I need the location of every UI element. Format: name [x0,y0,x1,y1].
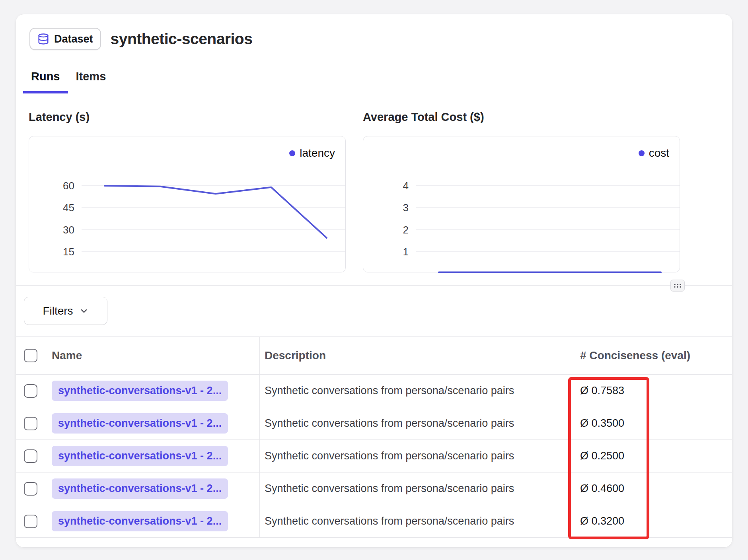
database-icon [37,33,49,45]
svg-text:3: 3 [403,202,409,214]
latency-chart: 60453015 latency [29,136,346,272]
run-description: Synthetic conversations from persona/sce… [265,450,514,462]
row-checkbox[interactable] [24,449,37,463]
dataset-page-card: Dataset synthetic-scenarios Runs Items L… [16,14,732,547]
legend-label: cost [649,147,669,159]
run-conciseness-value: Ø 0.4600 [580,482,732,495]
legend-dot-icon [639,150,645,156]
svg-text:4: 4 [403,180,409,192]
table-row[interactable]: synthetic-conversations-v1 - 2... Synthe… [16,472,732,505]
run-name-link[interactable]: synthetic-conversations-v1 - 2... [52,381,228,401]
run-description: Synthetic conversations from persona/sce… [265,417,514,430]
svg-text:60: 60 [63,180,74,192]
run-conciseness-value: Ø 0.3200 [580,515,732,527]
latency-chart-title: Latency (s) [29,111,90,124]
run-description: Synthetic conversations from persona/sce… [265,482,514,495]
table-row[interactable]: synthetic-conversations-v1 - 2... Synthe… [16,440,732,472]
row-checkbox[interactable] [24,384,37,398]
cost-chart-title: Average Total Cost ($) [363,111,484,124]
run-conciseness-value: Ø 0.7583 [580,385,732,397]
filters-button[interactable]: Filters [24,297,107,325]
row-checkbox[interactable] [24,417,37,430]
dataset-badge-label: Dataset [54,33,93,45]
panel-divider [16,285,732,286]
chevron-down-icon [79,306,89,316]
column-header-name: Name [52,349,259,362]
tab-items[interactable]: Items [68,70,114,93]
svg-text:1: 1 [403,246,409,258]
run-description: Synthetic conversations from persona/sce… [265,385,514,397]
svg-text:15: 15 [63,246,74,258]
filters-button-label: Filters [43,305,73,317]
run-conciseness-value: Ø 0.3500 [580,417,732,430]
legend-label: latency [300,147,335,159]
dataset-badge: Dataset [29,28,101,50]
column-header-conciseness: # Conciseness (eval) [580,349,732,362]
run-name-link[interactable]: synthetic-conversations-v1 - 2... [52,446,228,466]
page-title: synthetic-scenarios [111,30,253,48]
row-checkbox[interactable] [24,515,37,528]
table-row[interactable]: synthetic-conversations-v1 - 2... Synthe… [16,407,732,440]
select-all-checkbox[interactable] [24,349,37,362]
cost-chart: 4321 cost [363,136,680,272]
row-checkbox[interactable] [24,482,37,496]
column-header-description: Description [259,337,580,374]
table-row[interactable]: synthetic-conversations-v1 - 2... Synthe… [16,505,732,538]
svg-text:45: 45 [63,202,74,214]
legend-dot-icon [289,150,295,156]
tab-runs[interactable]: Runs [23,70,68,93]
run-name-link[interactable]: synthetic-conversations-v1 - 2... [52,511,228,531]
table-row[interactable]: synthetic-conversations-v1 - 2... Synthe… [16,375,732,407]
runs-table: Name Description # Conciseness (eval) sy… [16,336,732,538]
table-body: synthetic-conversations-v1 - 2... Synthe… [16,375,732,538]
tab-bar: Runs Items [23,70,114,93]
cost-legend: cost [639,147,669,159]
run-description: Synthetic conversations from persona/sce… [265,515,514,527]
run-conciseness-value: Ø 0.2500 [580,450,732,462]
drag-handle-icon[interactable] [670,280,685,292]
latency-legend: latency [289,147,335,159]
table-header-row: Name Description # Conciseness (eval) [16,336,732,375]
svg-text:30: 30 [63,224,74,236]
run-name-link[interactable]: synthetic-conversations-v1 - 2... [52,413,228,434]
page-header: Dataset synthetic-scenarios [29,28,252,50]
svg-text:2: 2 [403,224,409,236]
run-name-link[interactable]: synthetic-conversations-v1 - 2... [52,478,228,499]
